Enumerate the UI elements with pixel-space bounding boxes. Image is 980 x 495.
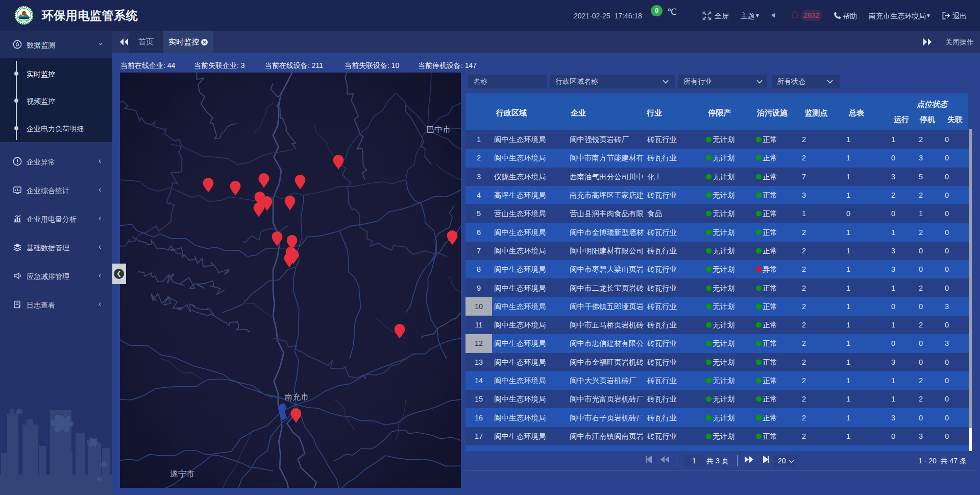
svg-text:南充市: 南充市	[284, 392, 309, 401]
svg-text:遂宁市: 遂宁市	[170, 469, 194, 478]
svg-text:巴中市: 巴中市	[426, 125, 451, 134]
